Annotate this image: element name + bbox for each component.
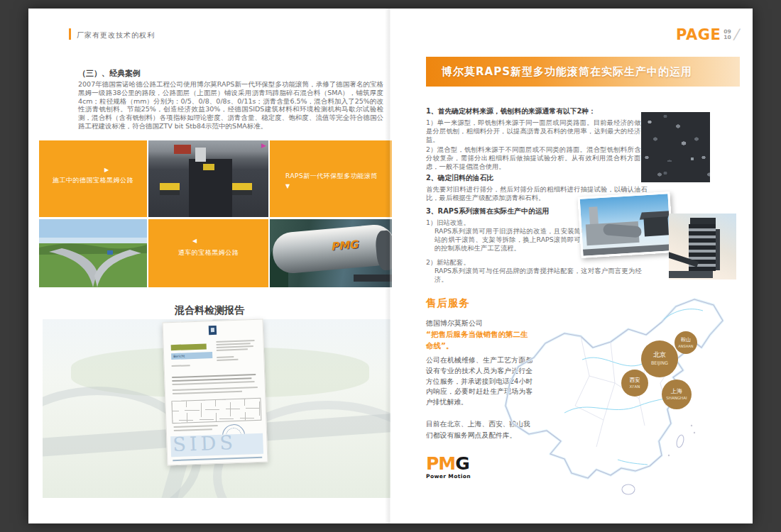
service-heading: 售后服务 xyxy=(426,297,470,310)
island-dot xyxy=(694,432,695,433)
city-shanghai-en: SHANGHAI xyxy=(666,396,687,400)
page-numbers: 09 10 xyxy=(723,29,731,40)
asphalt-plant-photo xyxy=(577,192,673,258)
report-title: 混合料检测报告 xyxy=(135,304,284,317)
logo-letter-m: M xyxy=(438,453,455,474)
china-service-map: 鞍山 ANSHAN 北京 BEIJING 西安 XI'AN 上海 SHANGHA… xyxy=(490,291,781,500)
city-anshan-en: ANSHAN xyxy=(678,344,694,348)
topic-banner: 博尔莫RAPS新型多功能滚筒在实际生产中的运用 xyxy=(426,57,740,87)
yangtze-river xyxy=(564,396,674,413)
arrow-right-icon: ▶ xyxy=(104,167,109,173)
tower-base xyxy=(669,271,713,278)
desk-background: 厂家有更改技术的权利 PAGE 09 10 / （三）、经典案例 2007年德国… xyxy=(0,0,781,532)
brochure-spread: 厂家有更改技术的权利 PAGE 09 10 / （三）、经典案例 2007年德国… xyxy=(28,9,753,523)
island-dot xyxy=(691,425,692,426)
section2-heading: 2、确定旧料的油石比 xyxy=(426,174,493,183)
paver-machine-shape xyxy=(203,164,214,170)
tile-raps-label: RAPS新一代环保型多功能滚筒 xyxy=(285,172,385,181)
results-table xyxy=(171,398,261,423)
arrow-down-icon: ▼ xyxy=(285,183,290,189)
paver-canopy-right xyxy=(232,183,252,195)
date-line xyxy=(217,359,238,361)
case-section-title: （三）、经典案例 xyxy=(78,68,141,79)
section3-item-heading: 2）新站配套。 xyxy=(426,258,648,267)
province-boundary xyxy=(575,336,589,406)
header-accent-bar xyxy=(69,28,71,40)
drum-pmg-logo: PMG xyxy=(330,238,359,253)
city-anshan-cn: 鞍山 xyxy=(681,337,691,343)
note-line xyxy=(174,425,218,428)
service-company: 德国博尔莫斯公司 xyxy=(426,318,483,328)
paving-photo: ▶ xyxy=(148,140,268,217)
tile-open-road: ◀ 通车的宝格黑姆公路 xyxy=(148,219,268,287)
arrow-left-icon: ◀ xyxy=(192,238,197,244)
red-truck-shape xyxy=(174,145,191,154)
highway-photo xyxy=(39,219,147,287)
paver-canopy-left xyxy=(160,183,180,195)
certificate-green-bar xyxy=(171,343,207,350)
magenta-play-icon: ▶ xyxy=(261,142,266,149)
city-xian-en: XI'AN xyxy=(630,384,640,389)
pearl-river xyxy=(618,460,648,465)
city-shanghai: 上海 SHANGHAI xyxy=(662,379,692,409)
city-xian-cn: 西安 xyxy=(630,377,641,383)
city-beijing: 北京 BEIJING xyxy=(641,340,678,377)
white-truck-shape xyxy=(195,148,206,162)
section1-paragraph: 2）混合型，铣刨料来源于不同面层或不同类的路面。混合型铣刨料所含成分较复杂，需筛… xyxy=(426,145,648,170)
pmg-logo: PMG Power Motion xyxy=(426,455,471,480)
sids-watermark: SIDS xyxy=(173,431,236,455)
page-slash: / xyxy=(733,27,738,41)
page-fold xyxy=(385,9,395,523)
page-label: PAGE xyxy=(676,27,721,43)
pmg-logo-letters: PMG xyxy=(426,455,471,472)
certificate-crest-inner xyxy=(211,328,214,332)
topic-banner-title: 博尔莫RAPS新型多功能滚筒在实际生产中的运用 xyxy=(442,57,692,87)
province-boundary xyxy=(604,342,615,420)
section1-paragraph: 1）单一来源型，即铣刨料来源于同一面层或同类路面。目前最经济的做法是分层铣刨，粗… xyxy=(426,118,648,143)
plant-shed-shape xyxy=(643,216,669,236)
case-body-text: 2007年德国雷诺哈德公路工程公司使用博尔莫RAPS新一代环保型多功能滚筒，承修… xyxy=(78,80,383,131)
plant-base-shape xyxy=(583,244,671,256)
body-line xyxy=(173,387,258,391)
drum-photo: PMG xyxy=(270,219,392,287)
tile-construction-road: ▶ 施工中的德国宝格黑姆公路 xyxy=(39,140,147,217)
photo-gallery-grid: ▶ 施工中的德国宝格黑姆公路 ▶ RAPS新一代环保型多功能滚筒 ▼ xyxy=(39,140,392,287)
city-anshan: 鞍山 ANSHAN xyxy=(674,331,697,354)
tile-raps-roller: RAPS新一代环保型多功能滚筒 ▼ xyxy=(270,140,392,217)
mixing-tower-photo xyxy=(669,214,736,279)
section3-heading: 3、RAPS系列滚筒在实际生产中的运用 xyxy=(426,207,549,216)
address-line xyxy=(217,345,253,348)
city-xian: 西安 XI'AN xyxy=(621,370,648,397)
header-note: 厂家有更改技术的权利 xyxy=(77,31,155,40)
ref-line xyxy=(172,365,190,367)
note-line xyxy=(174,428,212,431)
city-beijing-cn: 北京 xyxy=(653,351,666,358)
logo-letter-p: P xyxy=(426,453,438,474)
date-line xyxy=(217,356,234,358)
taiwan-island xyxy=(675,434,684,448)
city-circle-shanghai xyxy=(662,379,692,409)
section1-heading: 1、首先确定材料来源，铣刨料的来源通常有以下2种： xyxy=(426,107,596,116)
pmg-logo-tagline: Power Motion xyxy=(426,473,471,480)
page-indicator: PAGE 09 10 / xyxy=(676,27,738,43)
test-report-certificate: Bericht SIDS xyxy=(163,319,268,466)
city-beijing-en: BEIJING xyxy=(651,360,668,366)
hainan-island xyxy=(622,484,635,494)
body-line xyxy=(173,391,242,394)
island-dot xyxy=(668,455,670,456)
bericht-label: Bericht xyxy=(173,354,185,358)
city-circle-anshan xyxy=(674,331,697,354)
address-line xyxy=(217,348,248,351)
city-circle-beijing xyxy=(641,340,678,377)
logo-letter-g: G xyxy=(455,453,469,474)
city-circle-xian xyxy=(621,370,648,397)
milled-material-photo xyxy=(641,112,710,182)
tower-stair xyxy=(716,229,720,270)
page-number-bottom: 10 xyxy=(723,35,731,40)
tile-open-label: 通车的宝格黑姆公路 xyxy=(148,248,268,257)
tile-construction-label: 施工中的德国宝格黑姆公路 xyxy=(39,176,147,185)
address-line xyxy=(217,343,251,345)
section3-item-body: RAPS系列滚筒可与任何品牌的沥青搅拌站配套，这对客户而言更为经济。 xyxy=(435,267,642,284)
city-shanghai-cn: 上海 xyxy=(670,388,682,394)
highway-illustration xyxy=(39,219,147,287)
